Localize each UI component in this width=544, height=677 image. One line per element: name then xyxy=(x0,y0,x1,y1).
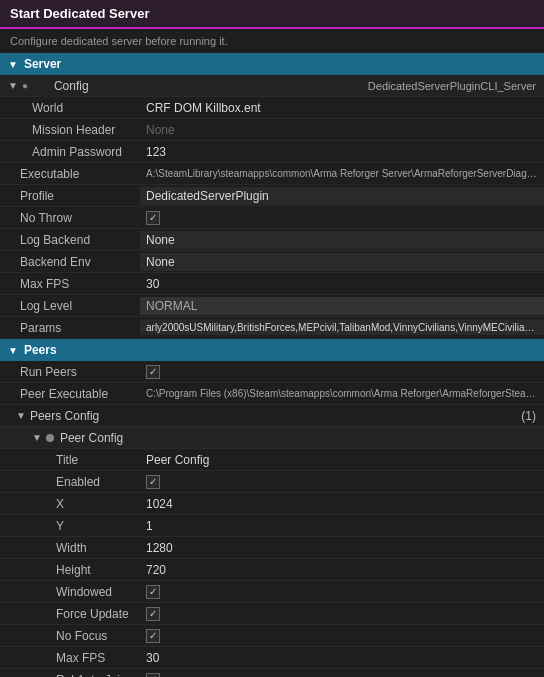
max-fps-server-row: Max FPS 30 xyxy=(0,273,544,295)
mission-header-value: None xyxy=(140,120,544,140)
no-throw-label: No Throw xyxy=(0,208,140,228)
log-backend-label: Log Backend xyxy=(0,230,140,250)
config-dot-icon: ● xyxy=(22,80,28,91)
peer-y-label: Y xyxy=(0,516,140,536)
no-throw-checkbox[interactable] xyxy=(146,211,160,225)
peer-executable-label: Peer Executable xyxy=(0,384,140,404)
run-peers-row: Run Peers xyxy=(0,361,544,383)
peer-height-label: Height xyxy=(0,560,140,580)
peer-rpl-auto-join-checkbox[interactable] xyxy=(146,673,160,678)
log-level-row: Log Level NORMAL xyxy=(0,295,544,317)
log-level-label: Log Level xyxy=(0,296,140,316)
log-backend-value: None xyxy=(140,231,544,249)
peer-config-dot-icon xyxy=(46,434,54,442)
peer-title-label: Title xyxy=(0,450,140,470)
profile-value: DedicatedServerPlugin xyxy=(140,187,544,205)
peer-max-fps-value: 30 xyxy=(140,648,544,668)
peer-title-value: Peer Config xyxy=(140,450,544,470)
backend-env-row: Backend Env None xyxy=(0,251,544,273)
admin-password-row: Admin Password 123 xyxy=(0,141,544,163)
peers-config-label: Peers Config xyxy=(30,409,99,423)
peer-width-value: 1280 xyxy=(140,538,544,558)
peer-config-label: Peer Config xyxy=(60,431,123,445)
peer-windowed-label: Windowed xyxy=(0,582,140,602)
backend-env-value: None xyxy=(140,253,544,271)
peer-height-value: 720 xyxy=(140,560,544,580)
peer-y-value: 1 xyxy=(140,516,544,536)
peer-config-arrow-icon: ▼ xyxy=(32,432,42,443)
peers-config-arrow-icon: ▼ xyxy=(16,410,26,421)
title-bar: Start Dedicated Server xyxy=(0,0,544,29)
log-level-value: NORMAL xyxy=(140,297,544,315)
executable-row: Executable A:\SteamLibrary\steamapps\com… xyxy=(0,163,544,185)
peer-x-label: X xyxy=(0,494,140,514)
admin-password-label: Admin Password xyxy=(0,142,140,162)
peer-enabled-checkbox[interactable] xyxy=(146,475,160,489)
peer-windowed-row: Windowed xyxy=(0,581,544,603)
mission-header-row: Mission Header None xyxy=(0,119,544,141)
scroll-area[interactable]: ▼ Server ▼ ● Config DedicatedServerPlugi… xyxy=(0,53,544,677)
peer-max-fps-label: Max FPS xyxy=(0,648,140,668)
peer-enabled-label: Enabled xyxy=(0,472,140,492)
no-throw-row: No Throw xyxy=(0,207,544,229)
peers-section-label: Peers xyxy=(24,343,57,357)
peer-enabled-row: Enabled xyxy=(0,471,544,493)
title-text: Start Dedicated Server xyxy=(10,6,149,21)
peers-config-value: (1) xyxy=(521,409,536,423)
peer-force-update-row: Force Update xyxy=(0,603,544,625)
peers-chevron-icon: ▼ xyxy=(8,345,18,356)
world-row: World CRF DOM Killbox.ent xyxy=(0,97,544,119)
peer-rpl-auto-join-label: Rpl Auto Join xyxy=(0,670,140,678)
peer-force-update-label: Force Update xyxy=(0,604,140,624)
server-section-label: Server xyxy=(24,57,61,71)
config-value: DedicatedServerPluginCLI_Server xyxy=(368,80,536,92)
run-peers-checkbox[interactable] xyxy=(146,365,160,379)
peer-width-row: Width 1280 xyxy=(0,537,544,559)
backend-env-label: Backend Env xyxy=(0,252,140,272)
max-fps-server-value: 30 xyxy=(140,274,544,294)
world-value: CRF DOM Killbox.ent xyxy=(140,98,544,118)
peer-executable-value: C:\Program Files (x86)\Steam\steamapps\c… xyxy=(140,385,544,402)
peer-x-value: 1024 xyxy=(140,494,544,514)
peer-rpl-auto-join-row: Rpl Auto Join xyxy=(0,669,544,677)
executable-value: A:\SteamLibrary\steamapps\common\Arma Re… xyxy=(140,165,544,182)
params-server-value: arly2000sUSMilitary,BritishForces,MEPciv… xyxy=(140,320,544,335)
server-chevron-icon: ▼ xyxy=(8,59,18,70)
peer-force-update-checkbox[interactable] xyxy=(146,607,160,621)
params-server-label: Params xyxy=(0,318,140,338)
peer-max-fps-row: Max FPS 30 xyxy=(0,647,544,669)
params-server-row: Params arly2000sUSMilitary,BritishForces… xyxy=(0,317,544,339)
profile-row: Profile DedicatedServerPlugin xyxy=(0,185,544,207)
peer-width-label: Width xyxy=(0,538,140,558)
peer-no-focus-row: No Focus xyxy=(0,625,544,647)
peer-x-row: X 1024 xyxy=(0,493,544,515)
mission-header-label: Mission Header xyxy=(0,120,140,140)
peer-y-row: Y 1 xyxy=(0,515,544,537)
peers-section-header[interactable]: ▼ Peers xyxy=(0,339,544,361)
peer-config-row[interactable]: ▼ Peer Config xyxy=(0,427,544,449)
config-label: Config xyxy=(34,79,89,93)
peer-title-row: Title Peer Config xyxy=(0,449,544,471)
server-section-header[interactable]: ▼ Server xyxy=(0,53,544,75)
max-fps-server-label: Max FPS xyxy=(0,274,140,294)
peers-config-row[interactable]: ▼ Peers Config (1) xyxy=(0,405,544,427)
subtitle: Configure dedicated server before runnin… xyxy=(0,29,544,53)
profile-label: Profile xyxy=(0,186,140,206)
config-arrow-icon: ▼ xyxy=(8,80,18,91)
run-peers-label: Run Peers xyxy=(0,362,140,382)
admin-password-value: 123 xyxy=(140,142,544,162)
server-config-row: ▼ ● Config DedicatedServerPluginCLI_Serv… xyxy=(0,75,544,97)
executable-label: Executable xyxy=(0,164,140,184)
world-label: World xyxy=(0,98,140,118)
peer-no-focus-checkbox[interactable] xyxy=(146,629,160,643)
log-backend-row: Log Backend None xyxy=(0,229,544,251)
peer-executable-row: Peer Executable C:\Program Files (x86)\S… xyxy=(0,383,544,405)
peer-windowed-checkbox[interactable] xyxy=(146,585,160,599)
peer-height-row: Height 720 xyxy=(0,559,544,581)
peer-no-focus-label: No Focus xyxy=(0,626,140,646)
